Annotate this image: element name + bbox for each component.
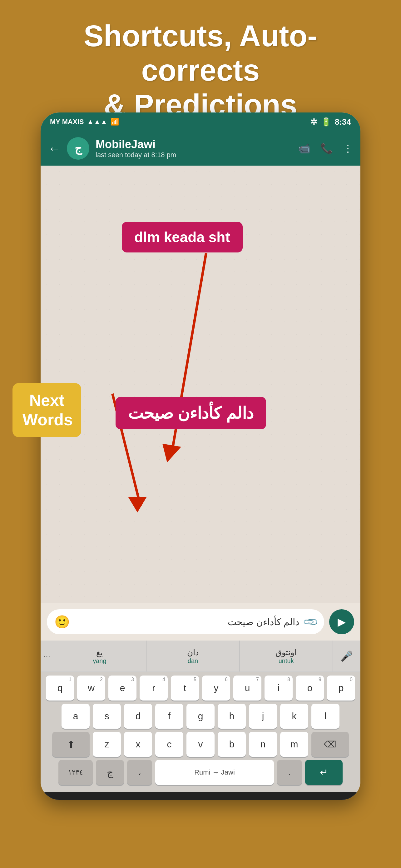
- chat-area: dlm keada sht دالم كأداءن صيحت: [41, 165, 360, 603]
- message-text[interactable]: دالم كأداءن صيحت: [75, 617, 299, 627]
- prediction-item-1[interactable]: دان dan: [146, 641, 240, 672]
- key-n[interactable]: n: [249, 732, 277, 757]
- keyboard-row-2: a s d f g h j k l: [43, 704, 358, 728]
- comma-key[interactable]: ،: [127, 760, 152, 785]
- pred-arabic-1: دان: [187, 648, 199, 657]
- key-i[interactable]: 8i: [265, 676, 293, 701]
- back-button[interactable]: ←: [48, 142, 61, 156]
- video-call-icon[interactable]: 📹: [298, 143, 310, 154]
- prediction-item-2[interactable]: اونتوق untuk: [239, 641, 333, 672]
- key-p[interactable]: 0p: [327, 676, 355, 701]
- key-q[interactable]: 1q: [46, 676, 74, 701]
- app-bar-icons: 📹 📞 ⋮: [298, 143, 353, 154]
- pred-latin-2: untuk: [278, 657, 294, 664]
- mic-icon[interactable]: 🎤: [333, 650, 360, 662]
- prediction-item-0[interactable]: يغ yang: [53, 641, 146, 672]
- status-bar: MY MAXIS ▲▲▲ 📶 ✲ 🔋 8:34: [41, 113, 360, 131]
- key-s[interactable]: s: [93, 704, 121, 728]
- key-r[interactable]: 4r: [140, 676, 168, 701]
- send-button[interactable]: ▶: [329, 609, 354, 634]
- pred-latin-0: yang: [93, 657, 106, 664]
- contact-name: MobileJawi: [96, 138, 292, 151]
- input-bar: 🙂 دالم كأداءن صيحت 📎 ▶: [41, 603, 360, 641]
- key-m[interactable]: m: [280, 732, 308, 757]
- key-w[interactable]: 2w: [77, 676, 105, 701]
- shift-key[interactable]: ⬆: [52, 732, 90, 757]
- key-c[interactable]: c: [155, 732, 183, 757]
- callout-arabic: دالم كأداءن صيحت: [115, 397, 266, 429]
- key-t[interactable]: 5t: [171, 676, 199, 701]
- prediction-dots: ⋯: [41, 652, 53, 660]
- key-h[interactable]: h: [218, 704, 246, 728]
- attachment-icon[interactable]: 📎: [302, 613, 319, 630]
- more-options-icon[interactable]: ⋮: [343, 143, 353, 154]
- wifi-icon: 📶: [110, 118, 119, 126]
- key-v[interactable]: v: [187, 732, 214, 757]
- bluetooth-icon: ✲: [310, 117, 317, 127]
- key-y[interactable]: 6y: [202, 676, 230, 701]
- key-j[interactable]: j: [249, 704, 277, 728]
- next-words-label: Next Words: [12, 383, 81, 437]
- phone-icon[interactable]: 📞: [321, 143, 333, 154]
- keyboard-row-3: ⬆ z x c v b n m ⌫: [43, 732, 358, 757]
- pred-latin-1: dan: [188, 657, 198, 664]
- key-o[interactable]: 9o: [296, 676, 324, 701]
- phone-frame: MY MAXIS ▲▲▲ 📶 ✲ 🔋 8:34 ← ج MobileJawi l…: [41, 113, 360, 800]
- key-b[interactable]: b: [218, 732, 246, 757]
- contact-status: last seen today at 8:18 pm: [96, 151, 292, 159]
- bottom-nav: ▽ ○ □ ⌨: [41, 792, 360, 800]
- send-icon: ▶: [338, 616, 346, 628]
- num-key[interactable]: ١٢٣٤: [58, 760, 93, 785]
- pred-arabic-2: اونتوق: [275, 648, 297, 657]
- key-g[interactable]: g: [187, 704, 214, 728]
- key-z[interactable]: z: [93, 732, 121, 757]
- prediction-bar: ⋯ يغ yang دان dan اونتوق untuk 🎤: [41, 641, 360, 672]
- key-k[interactable]: k: [280, 704, 308, 728]
- app-bar: ← ج MobileJawi last seen today at 8:18 p…: [41, 131, 360, 165]
- time-label: 8:34: [335, 117, 351, 127]
- enter-key[interactable]: ↵: [305, 760, 343, 785]
- key-l[interactable]: l: [311, 704, 339, 728]
- battery-icon: 🔋: [321, 117, 331, 127]
- emoji-icon[interactable]: 🙂: [54, 615, 70, 629]
- backspace-key[interactable]: ⌫: [311, 732, 349, 757]
- page-title: Shortcuts, Auto-corrects & Predictions: [25, 19, 376, 122]
- keyboard: 1q 2w 3e 4r 5t 6y 7u 8i 9o 0p a s d f g …: [41, 672, 360, 792]
- space-key[interactable]: Rumi → Jawi: [155, 760, 274, 785]
- signal-icon: ▲▲▲: [87, 118, 107, 126]
- key-a[interactable]: a: [62, 704, 90, 728]
- key-d[interactable]: d: [124, 704, 152, 728]
- carrier-label: MY MAXIS: [50, 118, 84, 126]
- contact-info: MobileJawi last seen today at 8:18 pm: [96, 138, 292, 159]
- keyboard-row-4: ١٢٣٤ ج ، Rumi → Jawi . ↵: [43, 760, 358, 785]
- key-f[interactable]: f: [155, 704, 183, 728]
- period-key[interactable]: .: [277, 760, 302, 785]
- keyboard-row-1: 1q 2w 3e 4r 5t 6y 7u 8i 9o 0p: [43, 676, 358, 701]
- key-u[interactable]: 7u: [233, 676, 261, 701]
- pred-arabic-0: يغ: [96, 648, 103, 657]
- key-x[interactable]: x: [124, 732, 152, 757]
- avatar: ج: [67, 137, 89, 160]
- message-input-field[interactable]: 🙂 دالم كأداءن صيحت 📎: [47, 609, 324, 634]
- key-e[interactable]: 3e: [108, 676, 136, 701]
- jawi-key[interactable]: ج: [96, 760, 124, 785]
- callout-latin: dlm keada sht: [122, 222, 243, 252]
